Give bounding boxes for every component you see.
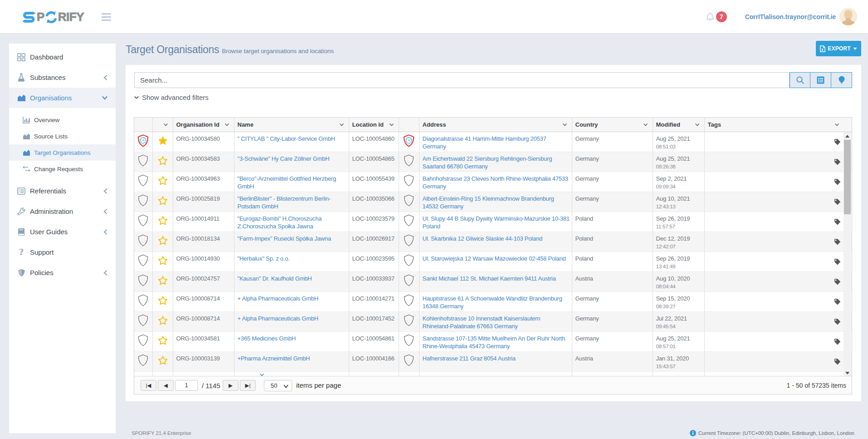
- svg-text:x: x: [821, 47, 824, 51]
